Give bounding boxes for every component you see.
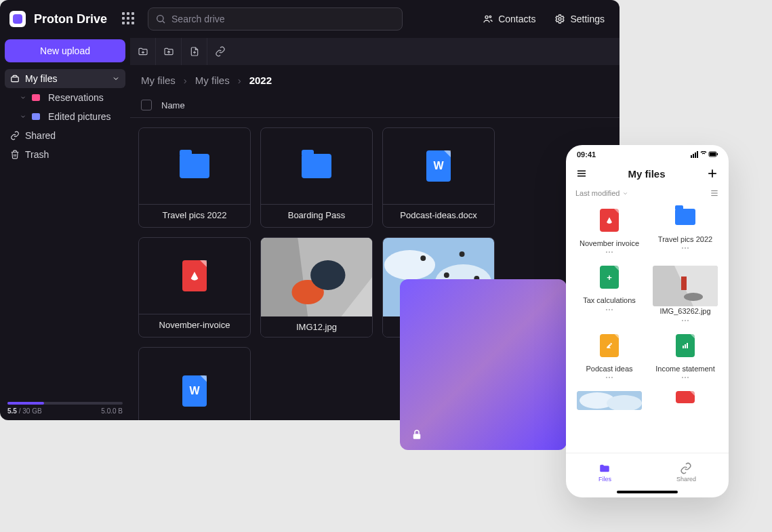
contacts-button[interactable]: Contacts	[477, 9, 541, 28]
search-input[interactable]	[171, 14, 395, 24]
note-doc-icon	[600, 334, 619, 357]
tab-files[interactable]: Files	[598, 462, 611, 483]
sidebar-item-label: Edited pictures	[48, 111, 111, 122]
file-card-doc[interactable]: W	[138, 347, 251, 420]
phone-file-item[interactable]: IMG_63262.jpg ⋯	[649, 262, 722, 328]
phone-mockup: 09:41 My files Last modified November in…	[566, 145, 729, 497]
chevron-down-icon	[20, 113, 26, 120]
file-card-doc[interactable]: November-invoice	[138, 237, 251, 337]
breadcrumb-item[interactable]: My files	[195, 75, 230, 86]
phone-file-item[interactable]: Income statement ⋯	[649, 330, 722, 386]
phone-file-item[interactable]	[573, 387, 646, 410]
chevron-right-icon: ›	[184, 75, 187, 86]
new-folder-button[interactable]	[130, 38, 156, 65]
file-card-folder[interactable]: Travel pics 2022	[138, 127, 251, 228]
share-link-button[interactable]	[207, 38, 233, 65]
sidebar-item-reservations[interactable]: Reservations	[14, 88, 125, 107]
sidebar-item-my-files[interactable]: My files	[5, 69, 125, 88]
app-title: Proton Drive	[34, 12, 107, 26]
phone-title: My files	[628, 168, 665, 180]
sheet-doc-icon: +	[600, 266, 619, 289]
svg-rect-26	[695, 152, 696, 158]
layout-toggle-icon[interactable]	[710, 188, 719, 198]
search-icon	[155, 14, 166, 24]
settings-label: Settings	[570, 14, 605, 24]
svg-rect-40	[681, 277, 687, 290]
tab-shared[interactable]: Shared	[676, 462, 696, 483]
svg-rect-5	[12, 77, 19, 82]
svg-rect-24	[691, 155, 692, 158]
tab-label: Shared	[676, 476, 696, 483]
chevron-right-icon: ›	[238, 75, 241, 86]
settings-button[interactable]: Settings	[549, 9, 610, 28]
plus-icon[interactable]	[706, 167, 719, 180]
drive-icon	[10, 74, 20, 83]
sidebar-item-trash[interactable]: Trash	[5, 145, 125, 164]
sidebar-item-label: Shared	[25, 130, 56, 141]
phone-file-item[interactable]: November invoice ⋯	[573, 205, 646, 260]
select-all-checkbox[interactable]	[141, 100, 152, 110]
file-card-doc[interactable]: W Podcast-ideas.docx	[382, 127, 495, 228]
photo-thumbnail	[577, 391, 642, 410]
pdf-doc-icon	[676, 391, 695, 403]
svg-point-15	[384, 250, 435, 280]
file-name: Podcast-ideas.docx	[383, 204, 494, 227]
sort-button[interactable]: Last modified	[575, 189, 628, 197]
more-icon[interactable]: ⋯	[605, 373, 613, 382]
word-doc-icon: W	[182, 375, 207, 407]
phone-file-item[interactable]: + Tax calculations ⋯	[573, 262, 646, 328]
link-icon	[10, 131, 20, 140]
svg-line-1	[163, 21, 165, 23]
chevron-down-icon	[112, 75, 120, 83]
phone-file-item[interactable]: Podcast ideas ⋯	[573, 330, 646, 386]
svg-point-41	[684, 293, 703, 301]
folder-icon	[598, 462, 611, 474]
more-icon[interactable]: ⋯	[605, 248, 613, 256]
column-name: Name	[161, 100, 185, 110]
phone-file-item[interactable]: Travel pics 2022 ⋯	[649, 205, 722, 260]
link-icon	[215, 46, 226, 57]
version-label: 5.0.0 B	[101, 407, 123, 415]
apps-switcher-icon[interactable]	[122, 12, 136, 26]
svg-rect-43	[685, 344, 686, 348]
folder-color-chip	[32, 113, 40, 120]
file-name: November-invoice	[139, 314, 250, 337]
upload-folder-button[interactable]	[156, 38, 182, 65]
more-icon[interactable]: ⋯	[681, 244, 689, 252]
more-icon[interactable]: ⋯	[605, 306, 613, 314]
breadcrumb-item[interactable]: My files	[141, 75, 176, 86]
new-upload-button[interactable]: New upload	[5, 39, 125, 62]
file-name: November invoice	[580, 239, 639, 248]
photo-thumbnail	[261, 238, 372, 316]
phone-tabbar: Files Shared	[566, 453, 729, 491]
svg-rect-25	[693, 154, 694, 158]
photo-thumbnail	[653, 266, 718, 306]
breadcrumb: My files › My files › 2022	[130, 65, 619, 96]
storage-text: 5.5 / 30 GB 5.0.0 B	[5, 407, 125, 415]
topbar: Proton Drive Contacts Settings	[0, 0, 619, 38]
file-name: Travel pics 2022	[139, 204, 250, 227]
more-icon[interactable]: ⋯	[681, 316, 689, 325]
sidebar-item-label: Trash	[25, 149, 49, 160]
sidebar-item-shared[interactable]: Shared	[5, 126, 125, 145]
folder-plus-icon	[138, 46, 148, 57]
file-card-folder[interactable]: Boarding Pass	[260, 127, 373, 228]
svg-rect-30	[717, 153, 718, 155]
search-box[interactable]	[148, 7, 403, 30]
home-indicator	[617, 491, 678, 493]
svg-point-4	[558, 18, 561, 20]
storage-bar	[7, 402, 123, 405]
sidebar-item-label: My files	[25, 73, 57, 84]
sidebar-item-edited-pictures[interactable]: Edited pictures	[14, 107, 125, 126]
word-doc-icon: W	[426, 150, 451, 182]
contacts-label: Contacts	[498, 14, 535, 24]
menu-icon[interactable]	[575, 167, 588, 180]
sidebar: New upload My files Reservations Edited …	[0, 38, 130, 420]
more-icon[interactable]: ⋯	[681, 373, 689, 382]
phone-file-grid: November invoice ⋯ Travel pics 2022 ⋯ + …	[566, 201, 729, 453]
upload-file-button[interactable]	[182, 38, 207, 65]
svg-point-3	[489, 16, 491, 18]
file-card-photo[interactable]: IMG12.jpg	[260, 237, 373, 337]
phone-file-item[interactable]	[649, 387, 722, 410]
svg-point-0	[157, 16, 163, 22]
